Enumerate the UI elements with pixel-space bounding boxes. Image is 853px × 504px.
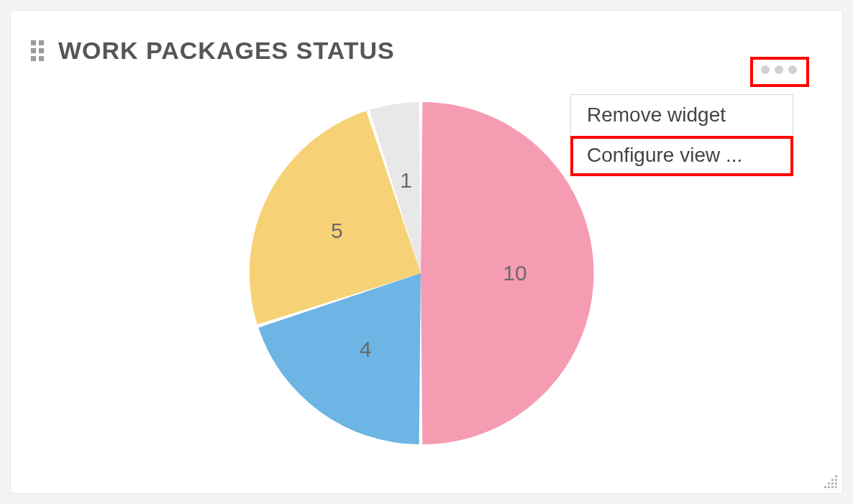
svg-rect-9: [835, 475, 837, 477]
pie-slice-label: 1: [400, 168, 412, 193]
widget-header: WORK PACKAGES STATUS: [11, 11, 842, 68]
svg-rect-2: [828, 486, 830, 488]
pie-slice-label: 5: [331, 219, 343, 243]
svg-rect-5: [831, 482, 834, 485]
svg-rect-1: [831, 486, 834, 488]
pie-slice-label: 4: [360, 337, 372, 362]
svg-rect-8: [831, 479, 834, 481]
pie-chart: 10451: [11, 68, 842, 464]
svg-rect-0: [835, 486, 837, 488]
svg-rect-6: [828, 482, 830, 485]
resize-handle-icon[interactable]: [818, 469, 838, 489]
drag-handle-icon[interactable]: [31, 40, 44, 61]
widget-title: WORK PACKAGES STATUS: [58, 37, 395, 65]
work-packages-status-widget: WORK PACKAGES STATUS Remove widget Confi…: [10, 10, 843, 494]
svg-rect-7: [835, 479, 837, 481]
pie-slice-label: 10: [503, 261, 526, 285]
svg-rect-4: [835, 482, 837, 485]
svg-rect-3: [824, 486, 826, 488]
